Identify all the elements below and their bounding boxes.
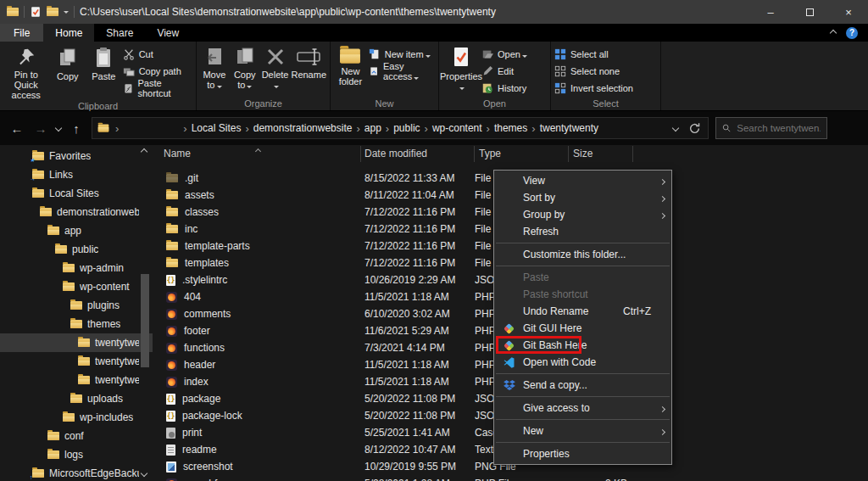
scroll-up-icon[interactable] [141,148,147,155]
tab-view[interactable]: View [145,24,191,42]
quick-access-newfolder-icon[interactable] [47,8,58,16]
select-none-button[interactable]: Select none [554,64,633,78]
copy-button[interactable]: Copy [50,43,85,100]
breadcrumb-chevron[interactable]: › [353,122,362,135]
menu-item-send-a-copy-[interactable]: Send a copy... [494,377,671,394]
column-header-name[interactable]: Name [164,148,191,159]
column-header-date[interactable]: Date modified [364,148,427,159]
sidebar-item-wp-admin[interactable]: wp-admin [0,259,153,277]
sidebar-item-plugins[interactable]: plugins [0,296,153,315]
menu-item-properties[interactable]: Properties [494,445,671,462]
breadcrumb-segment-public[interactable]: public [392,122,421,134]
breadcrumb-chevron[interactable]: › [181,122,189,135]
breadcrumb-segment-Local Sites[interactable]: Local Sites [190,122,243,134]
menu-item-give-access-to[interactable]: Give access to [494,400,671,417]
paste-button[interactable]: Paste [86,43,121,100]
minimize-button[interactable]: – [751,0,790,24]
new-folder-button[interactable]: Newfolder [334,43,367,98]
collapse-ribbon-icon[interactable] [830,29,837,36]
sidebar-scrollbar[interactable] [139,144,151,481]
breadcrumb-chevron[interactable]: › [484,122,492,135]
paste-shortcut-button[interactable]: Paste shortcut [123,81,192,95]
tab-home[interactable]: Home [43,24,94,42]
breadcrumb-segment-demonstrationwebsite[interactable]: demonstrationwebsite [252,122,354,134]
menu-item-git-gui-here[interactable]: Git GUI Here [494,320,671,337]
menu-item-undo-rename[interactable]: Undo RenameCtrl+Z [494,303,671,320]
help-icon[interactable]: ? [846,27,858,39]
sidebar-item-demonstrationwebsite[interactable]: demonstrationwebsite [0,203,153,221]
breadcrumb-chevron[interactable]: › [529,122,537,135]
search-input[interactable] [737,123,821,133]
scroll-down-icon[interactable] [141,470,147,477]
forward-button[interactable]: → [32,121,49,136]
sidebar-item-Local Sites[interactable]: Local Sites [0,184,153,203]
maximize-button[interactable] [790,0,829,24]
tab-share[interactable]: Share [94,24,145,42]
quick-access-properties-icon[interactable] [30,6,42,18]
delete-x-icon [265,47,286,67]
column-divider[interactable] [632,146,633,162]
breadcrumb-chevron[interactable]: › [383,122,392,135]
breadcrumb-chevron[interactable]: › [242,122,251,135]
delete-button[interactable]: Delete [261,43,290,98]
quick-access-customize-caret[interactable] [64,11,69,14]
file-row-searchform[interactable]: searchform5/28/2021 1:28 AMPHP File2 KB [153,475,868,481]
menu-item-git-bash-here[interactable]: Git Bash Here [494,337,671,354]
sidebar-item-logs[interactable]: logs [0,445,153,464]
open-button[interactable]: Open [481,48,527,61]
address-dropdown-caret[interactable] [672,125,679,131]
refresh-icon[interactable] [688,122,701,135]
invert-selection-button[interactable]: Invert selection [554,81,633,95]
sidebar-item-app[interactable]: app [0,221,153,240]
cut-button[interactable]: Cut [123,48,192,61]
breadcrumb-segment-app[interactable]: app [363,122,383,134]
rename-button[interactable]: Rename [291,43,326,98]
sidebar-item-twentytwentyone[interactable]: twentytwentyone [0,352,153,371]
menu-item-refresh[interactable]: Refresh [494,223,671,240]
breadcrumb-chevron[interactable]: › [422,122,431,135]
select-all-button[interactable]: Select all [554,48,633,61]
copy-path-button[interactable]: Copy path [123,64,192,78]
close-button[interactable]: × [829,0,868,24]
sidebar-item-twentytwentytwo[interactable]: twentytwentytwo [0,371,153,389]
sidebar-item-conf[interactable]: conf [0,427,153,445]
sidebar-item-Favorites[interactable]: ★Favorites [0,147,153,165]
sidebar-item-public[interactable]: public [0,240,153,259]
menu-item-view[interactable]: View [494,172,671,189]
sidebar-item-uploads[interactable]: uploads [0,389,153,408]
menu-item-group-by[interactable]: Group by [494,206,671,223]
column-header-type[interactable]: Type [479,148,501,159]
breadcrumb-segment-wp-content[interactable]: wp-content [431,122,484,134]
properties-button[interactable]: Properties [442,43,480,98]
column-divider[interactable] [568,146,569,162]
new-item-button[interactable]: New item [369,48,435,61]
address-bar[interactable]: › ›Local Sites›demonstrationwebsite›app›… [92,117,709,139]
back-button[interactable]: ← [8,121,25,136]
breadcrumb-segment-twentytwenty[interactable]: twentytwenty [538,122,600,134]
sidebar-scrollbar-thumb[interactable] [141,274,149,367]
menu-item-open-with-code[interactable]: Open with Code [494,354,671,371]
sidebar-item-themes[interactable]: themes [0,315,153,333]
move-to-button[interactable]: Move to [200,43,229,98]
column-divider[interactable] [474,146,475,162]
sidebar-item-twentytwenty[interactable]: twentytwenty [0,333,153,352]
sidebar-item-wp-includes[interactable]: wp-includes [0,408,153,427]
up-button[interactable]: ↑ [68,121,85,136]
pin-to-quick-access-button[interactable]: Pin to Quick access [3,43,48,100]
tab-file[interactable]: File [0,24,43,42]
recent-locations-caret[interactable] [55,125,62,131]
menu-item-customize-this-folder-[interactable]: Customize this folder... [494,246,671,263]
edit-button[interactable]: Edit [481,64,527,78]
easy-access-button[interactable]: Easy access [369,64,435,78]
sidebar-item-MicrosoftEdgeBackups[interactable]: ↑MicrosoftEdgeBackups [0,464,153,481]
copy-to-button[interactable]: Copy to [231,43,259,98]
menu-item-sort-by[interactable]: Sort by [494,189,671,206]
sidebar-item-wp-content[interactable]: wp-content [0,277,153,296]
menu-item-new[interactable]: New [494,422,671,439]
sidebar-item-Links[interactable]: →Links [0,165,153,184]
column-divider[interactable] [360,146,361,162]
search-box[interactable] [715,117,827,139]
history-button[interactable]: History [481,81,527,95]
breadcrumb-segment-themes[interactable]: themes [492,122,529,134]
column-header-size[interactable]: Size [573,148,593,159]
